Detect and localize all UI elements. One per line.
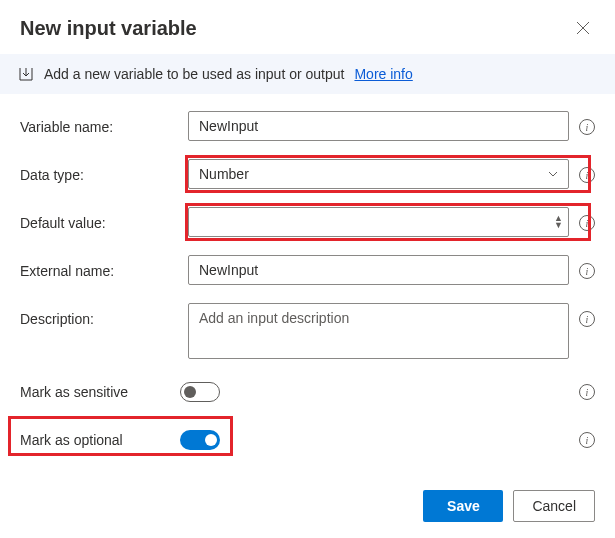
cancel-button[interactable]: Cancel [513, 490, 595, 522]
info-icon[interactable]: i [579, 432, 595, 448]
description-label: Description: [20, 303, 180, 327]
info-icon[interactable]: i [579, 215, 595, 231]
close-icon [576, 21, 590, 35]
more-info-link[interactable]: More info [354, 66, 412, 82]
info-icon[interactable]: i [579, 263, 595, 279]
variable-name-input[interactable] [188, 111, 569, 141]
close-button[interactable] [571, 16, 595, 40]
mark-optional-toggle[interactable] [180, 430, 220, 450]
mark-sensitive-label: Mark as sensitive [20, 384, 180, 400]
external-name-input[interactable] [188, 255, 569, 285]
default-value-label: Default value: [20, 207, 180, 231]
data-type-select[interactable]: Number [188, 159, 569, 189]
variable-name-label: Variable name: [20, 111, 180, 135]
info-banner: Add a new variable to be used as input o… [0, 54, 615, 94]
info-icon[interactable]: i [579, 384, 595, 400]
description-textarea[interactable] [188, 303, 569, 359]
external-name-label: External name: [20, 255, 180, 279]
info-icon[interactable]: i [579, 167, 595, 183]
mark-optional-label: Mark as optional [20, 432, 180, 448]
banner-text: Add a new variable to be used as input o… [44, 66, 344, 82]
chevron-down-icon: ▼ [554, 222, 563, 229]
dialog-title: New input variable [20, 17, 197, 40]
default-value-input[interactable] [188, 207, 569, 237]
info-icon[interactable]: i [579, 311, 595, 327]
save-button[interactable]: Save [423, 490, 503, 522]
info-icon[interactable]: i [579, 119, 595, 135]
data-type-label: Data type: [20, 159, 180, 183]
spinner-control[interactable]: ▲▼ [554, 215, 563, 229]
download-icon [18, 66, 34, 82]
mark-sensitive-toggle[interactable] [180, 382, 220, 402]
